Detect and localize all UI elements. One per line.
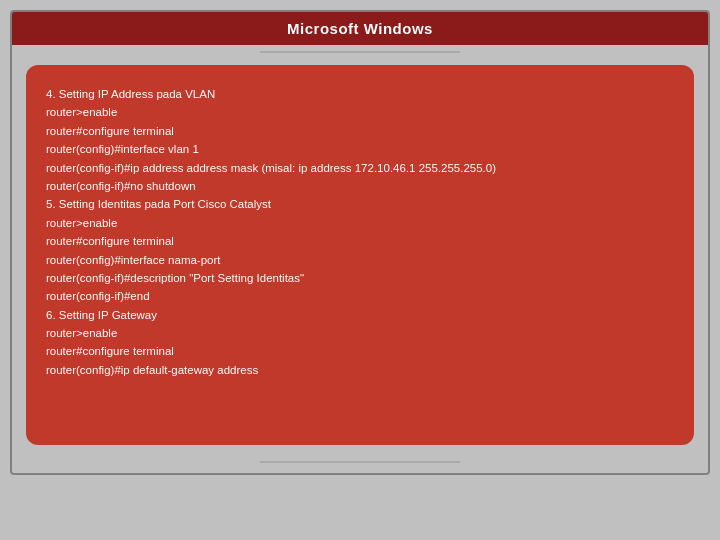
content-line: router(config-if)#no shutdown — [46, 177, 674, 195]
bottom-divider — [260, 461, 460, 463]
content-line: 6. Setting IP Gateway — [46, 306, 674, 324]
content-line: router(config-if)#description "Port Sett… — [46, 269, 674, 287]
title-bar: Microsoft Windows — [12, 12, 708, 45]
content-line: router#configure terminal — [46, 232, 674, 250]
title-divider — [260, 51, 460, 53]
content-line: router(config-if)#end — [46, 287, 674, 305]
content-line: 4. Setting IP Address pada VLAN — [46, 85, 674, 103]
content-line: router>enable — [46, 214, 674, 232]
content-area: 4. Setting IP Address pada VLANrouter>en… — [26, 65, 694, 445]
content-line: router#configure terminal — [46, 342, 674, 360]
content-line: router(config)#interface vlan 1 — [46, 140, 674, 158]
content-line: router#configure terminal — [46, 122, 674, 140]
main-window: Microsoft Windows 4. Setting IP Address … — [10, 10, 710, 475]
content-line: router(config)#ip default-gateway addres… — [46, 361, 674, 379]
content-text-block: 4. Setting IP Address pada VLANrouter>en… — [46, 85, 674, 379]
window-title: Microsoft Windows — [287, 20, 433, 37]
content-line: 5. Setting Identitas pada Port Cisco Cat… — [46, 195, 674, 213]
content-line: router>enable — [46, 103, 674, 121]
content-line: router(config-if)#ip address address mas… — [46, 159, 674, 177]
content-line: router>enable — [46, 324, 674, 342]
content-line: router(config)#interface nama-port — [46, 251, 674, 269]
bottom-bar — [12, 457, 708, 473]
